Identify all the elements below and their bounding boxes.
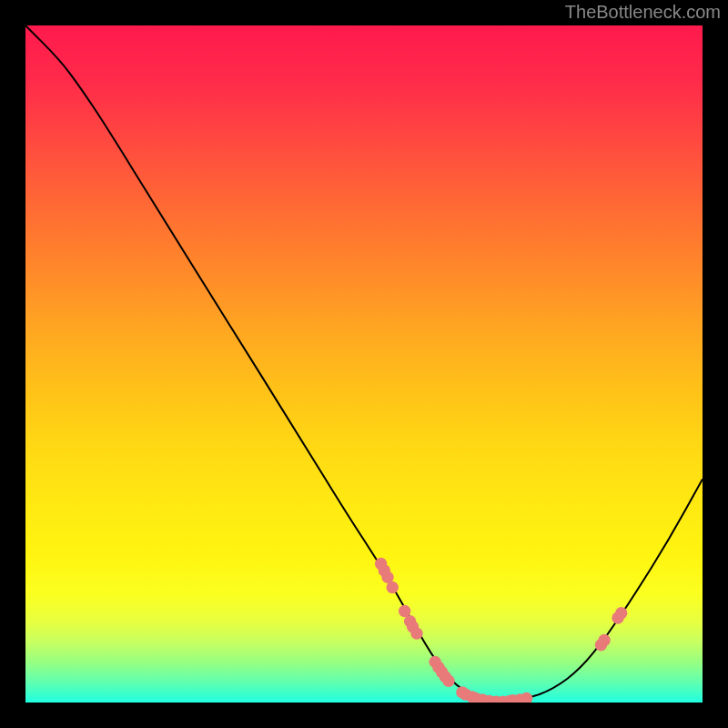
chart-curve (25, 25, 703, 702)
chart-marker (521, 693, 532, 703)
chart-marker (442, 674, 454, 686)
chart-svg (25, 25, 703, 703)
watermark-text: TheBottleneck.com (565, 2, 721, 23)
chart-marker (387, 581, 399, 593)
chart-plot-area (25, 25, 703, 703)
chart-marker (598, 634, 610, 646)
chart-markers (375, 558, 628, 703)
chart-marker (615, 607, 627, 619)
chart-marker (410, 627, 422, 639)
